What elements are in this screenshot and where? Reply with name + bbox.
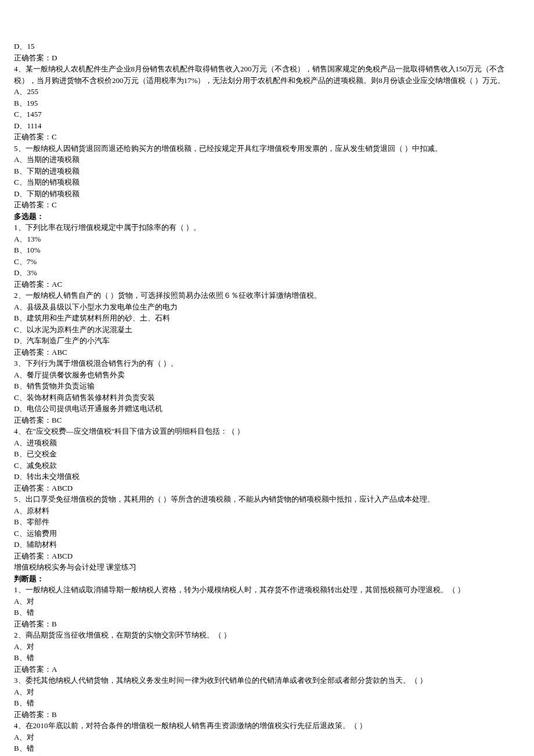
question: 5、一般纳税人因销货退回而退还给购买方的增值税额，已经按规定开具红字增值税专用发… [14,143,520,154]
option-a: A、对 [14,641,520,653]
section-multi: 多选题： [14,211,520,222]
option-d: D、辅助材料 [14,539,520,550]
option-a: A、原材料 [14,505,520,517]
answer: 正确答案：C [14,199,520,211]
option-a: A、对 [14,596,520,607]
option-b: B、销售货物并负责运输 [14,380,520,392]
option-a: A、对 [14,686,520,698]
option-c: C、当期的销项税额 [14,177,520,188]
option-c: C、1457 [14,109,520,120]
answer: 正确答案：ABCD [14,550,520,562]
question: 5、出口享受免征增值税的货物，其耗用的（ ）等所含的进项税额，不能从内销货物的销… [14,494,520,505]
section-title: 增值税纳税实务与会计处理 课堂练习 [14,561,520,573]
option-c: C、减免税款 [14,460,520,471]
answer: 正确答案：ABC [14,347,520,358]
answer: 正确答案：AC [14,279,520,290]
answer: 正确答案：D [14,52,520,64]
option-a: A、当期的进项税额 [14,154,520,165]
option-b: B、10% [14,244,520,256]
option-d: D、1114 [14,120,520,132]
option-b: B、195 [14,98,520,109]
option-a: A、255 [14,86,520,98]
answer: 正确答案：ABCD [14,483,520,494]
option-d: D、转出未交增值税 [14,471,520,483]
answer: 正确答案：BC [14,415,520,426]
option-a: A、对 [14,732,520,743]
question: 1、一般纳税人注销或取消辅导期一般纳税人资格，转为小规模纳税人时，其存货不作进项… [14,584,520,596]
question: 3、下列行为属于增值税混合销售行为的有（ ）。 [14,358,520,369]
option-b: B、建筑用和生产建筑材料所用的砂、土、石料 [14,312,520,324]
option-a: A、13% [14,233,520,245]
option-d: D、15 [14,41,520,52]
option-c: C、运输费用 [14,528,520,539]
answer: 正确答案：B [14,618,520,630]
question: 4、某一般纳税人农机配件生产企业8月份销售农机配件取得销售收入200万元（不含税… [14,63,520,86]
option-b: B、错 [14,652,520,664]
answer: 正确答案：A [14,754,520,757]
option-d: D、电信公司提供电话开通服务并赠送电话机 [14,403,520,415]
option-b: B、错 [14,743,520,754]
question: 2、商品期货应当征收增值税，在期货的实物交割环节纳税。（ ） [14,629,520,641]
question: 4、在"应交税费—应交增值税"科目下借方设置的明细科目包括：（ ） [14,426,520,437]
option-a: A、县级及县级以下小型水力发电单位生产的电力 [14,301,520,313]
option-c: C、以水泥为原料生产的水泥混凝土 [14,324,520,336]
answer: 正确答案：B [14,709,520,721]
option-b: B、错 [14,607,520,618]
option-b: B、已交税金 [14,448,520,460]
answer: 正确答案：A [14,664,520,675]
section-judge: 判断题： [14,573,520,585]
question: 2、一般纳税人销售自产的（ ）货物，可选择按照简易办法依照６％征收率计算缴纳增值… [14,290,520,301]
option-a: A、餐厅提供餐饮服务也销售外卖 [14,369,520,381]
option-c: C、装饰材料商店销售装修材料并负责安装 [14,392,520,404]
option-c: C、7% [14,256,520,268]
answer: 正确答案：C [14,131,520,143]
option-a: A、进项税额 [14,437,520,449]
question: 4、在2010年底以前，对符合条件的增值税一般纳税人销售再生资源缴纳的增值税实行… [14,720,520,732]
question: 1、下列比率在现行增值税规定中属于扣除率的有（ ）。 [14,222,520,233]
option-d: D、汽车制造厂生产的小汽车 [14,335,520,347]
option-b: B、错 [14,697,520,709]
option-d: D、3% [14,267,520,279]
option-b: B、零部件 [14,516,520,528]
question: 3、委托其他纳税人代销货物，其纳税义务发生时间一律为收到代销单位的代销清单或者收… [14,675,520,686]
option-b: B、下期的进项税额 [14,165,520,177]
option-d: D、下期的销项税额 [14,188,520,200]
